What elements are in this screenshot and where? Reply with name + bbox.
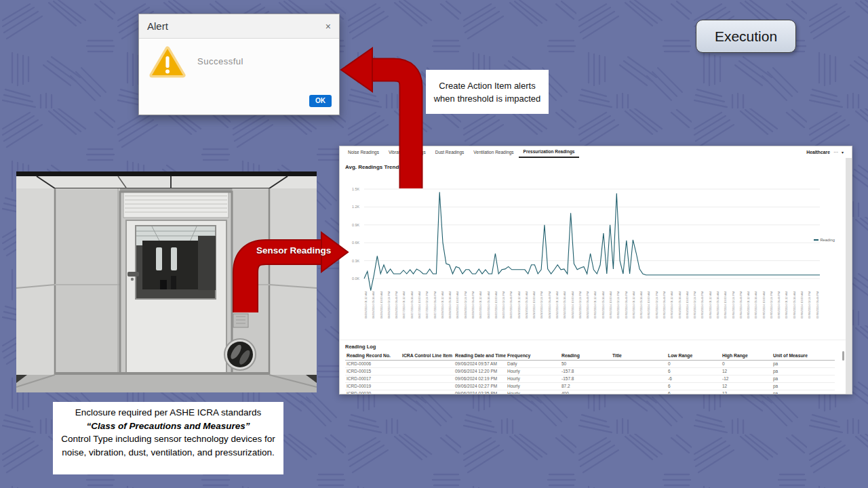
x-axis-label: 08/30/2024 05:36 AM [526,290,528,319]
table-cell [611,375,667,382]
alert-header: Alert × [139,14,339,39]
x-axis-label: 09/01/2024 10:00 AM [610,290,612,319]
dashboard-window: Noise ReadingsVibration ReadingsDust Rea… [339,146,852,394]
log-column-header: High Range [721,352,772,361]
x-axis-label: 09/05/2024 02:24 PM [770,290,773,319]
table-cell [611,390,667,394]
table-row[interactable]: ICRD-0001909/06/2024 02:27 PMHourly87.26… [345,383,835,390]
table-cell: pa [772,375,835,382]
x-axis-label: 08/29/2024 01:12 AM [479,290,482,319]
x-axis-labels: 08/26/2024 01:12 AM08/26/2024 05:36 AM08… [364,284,820,326]
table-row[interactable]: ICRD-0001709/06/2024 02:19 PMHourly-157.… [345,375,835,383]
reading-log-card: Reading Log Reading Record No.ICRA Contr… [340,340,846,394]
log-column-header: Title [611,352,667,361]
x-axis-label: 09/01/2024 01:12 AM [594,290,597,319]
table-cell: -157.8 [560,368,611,375]
table-cell: pa [772,390,835,394]
x-axis-label: 09/03/2024 02:24 PM [694,290,696,319]
table-cell: 12 [721,383,772,390]
x-axis-label: 08/29/2024 05:36 AM [487,290,490,319]
create-action-note-text: Create Action Item alerts when threshold… [429,79,546,105]
x-axis-label: 08/29/2024 06:48 PM [510,290,513,319]
x-axis-label: 08/27/2024 05:36 AM [411,290,414,319]
alert-message: Successful [197,56,243,66]
log-column-header: ICRA Control Line Item [401,352,454,361]
log-column-header: Reading [560,352,611,361]
table-row[interactable]: ICRD-0000609/06/2024 09:57 AMDaily5000pa [345,361,835,368]
x-axis-label: 08/31/2024 02:24 PM [579,290,582,319]
table-cell: 87.2 [560,383,611,390]
x-axis-label: 08/30/2024 01:12 AM [518,290,521,319]
x-axis-label: 08/27/2024 01:12 AM [403,290,406,319]
table-cell: ICRD-00015 [345,368,401,375]
x-axis-label: 09/06/2024 02:24 PM [808,290,811,319]
x-axis-label: 09/05/2024 01:12 AM [747,290,750,319]
x-axis-label: 08/29/2024 02:24 PM [502,290,505,319]
chevron-down-icon[interactable]: ▾ [842,150,844,155]
x-axis-label: 08/31/2024 06:48 PM [587,290,589,319]
tab-noise-readings[interactable]: Noise Readings [343,147,384,157]
table-cell: -157.8 [560,375,611,382]
x-axis-label: 09/05/2024 06:48 PM [778,290,781,319]
table-cell: ICRD-00019 [345,383,401,390]
log-body: ICRD-0000609/06/2024 09:57 AMDaily5000pa… [345,361,835,394]
svg-text:0.0K: 0.0K [352,277,359,281]
table-row[interactable]: ICRD-0002009/06/2024 02:35 PMHourly40061… [345,390,835,394]
table-scrollbar[interactable] [842,351,844,361]
table-cell: 09/06/2024 09:57 AM [454,361,506,367]
reading-log-title: Reading Log [345,344,376,350]
ok-button[interactable]: OK [309,95,332,107]
x-axis-label: 09/03/2024 05:36 AM [678,290,681,319]
x-axis-label: 08/31/2024 10:00 AM [571,290,574,319]
close-icon[interactable]: × [326,22,331,31]
tab-pressurization-readings[interactable]: Pressurization Readings [519,146,580,158]
table-cell [401,361,454,367]
dashboard-scroll-strip[interactable] [846,158,852,394]
table-cell: -6 [667,375,721,382]
x-axis-label: 08/27/2024 02:24 PM [426,290,429,319]
trend-line-chart[interactable]: 1.5K1.2K0.9K0.6K0.3K0.0K [344,186,825,295]
x-axis-label: 08/28/2024 02:24 PM [465,290,467,319]
sensor-readings-label: Sensor Readings [256,245,338,256]
table-cell: ICRD-00006 [345,361,401,367]
table-cell [401,375,454,382]
tab-ventilation-readings[interactable]: Ventilation Readings [469,147,518,157]
x-axis-label: 09/01/2024 06:48 PM [625,290,627,319]
alert-body: Successful OK [139,39,339,114]
x-axis-label: 08/28/2024 01:12 AM [441,290,444,319]
tab-dust-readings[interactable]: Dust Readings [431,147,469,157]
table-cell: Daily [506,361,560,367]
x-axis-label: 09/04/2024 10:00 AM [724,290,727,319]
x-axis-label: 09/04/2024 06:48 PM [740,290,743,319]
table-cell [611,361,667,367]
x-axis-label: 08/28/2024 06:48 PM [472,290,475,319]
table-cell: 0 [667,361,721,367]
x-axis-label: 09/02/2024 01:12 AM [633,290,635,319]
legend-label: Reading [820,238,835,242]
log-column-header: Reading Date and Time [454,352,506,361]
table-cell: 50 [560,361,611,367]
table-cell: 12 [721,390,772,394]
table-cell: 09/06/2024 02:19 PM [454,375,506,382]
svg-text:0.9K: 0.9K [352,223,359,227]
chart-legend: Reading [814,238,835,242]
table-row[interactable]: ICRD-0001509/06/2024 12:20 PMHourly-157.… [345,368,835,375]
x-axis-label: 09/02/2024 06:48 PM [663,290,666,319]
reading-log-table: Reading Record No.ICRA Control Line Item… [345,352,835,394]
x-axis-label: 08/27/2024 06:48 PM [433,290,436,319]
tab-bar: Noise ReadingsVibration ReadingsDust Rea… [340,146,579,158]
enclosure-photo [16,171,317,392]
table-cell: pa [772,383,835,390]
table-cell: Hourly [506,368,560,375]
x-axis-label: 08/30/2024 06:48 PM [549,290,551,319]
enclosure-note-line1: Enclosure required per ASHE ICRA standar… [58,406,278,420]
more-options-icon[interactable]: ⋯ [833,150,838,155]
x-axis-label: 08/26/2024 05:36 AM [372,290,375,319]
x-axis-label: 09/04/2024 01:12 AM [709,290,712,319]
warning-icon [149,45,186,79]
tab-vibration-readings[interactable]: Vibration Readings [384,147,431,157]
x-axis-label: 08/28/2024 10:00 AM [456,290,459,319]
x-axis-label: 09/05/2024 10:00 AM [763,290,766,319]
table-cell: 6 [667,368,721,375]
x-axis-label: 09/01/2024 02:24 PM [617,290,620,319]
